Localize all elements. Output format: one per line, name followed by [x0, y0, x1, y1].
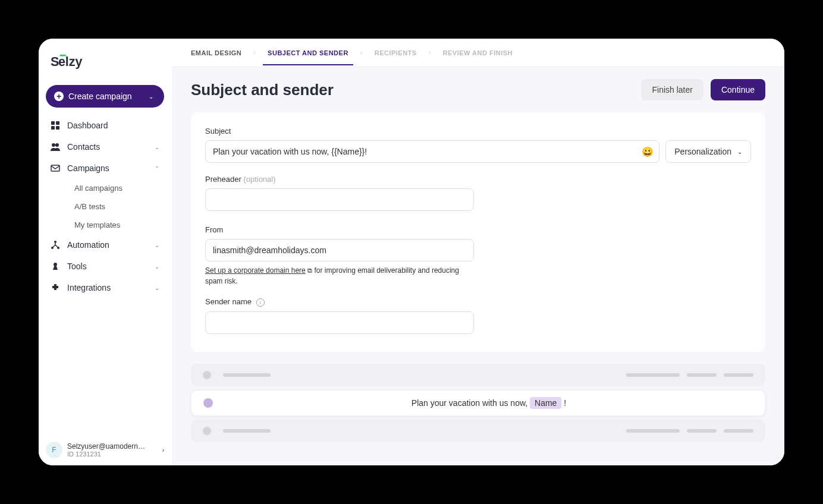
chevron-down-icon: ⌄: [155, 285, 159, 291]
integrations-icon: [51, 283, 60, 292]
svg-rect-5: [51, 126, 55, 130]
continue-button[interactable]: Continue: [711, 79, 765, 100]
sidebar-item-dashboard[interactable]: Dashboard: [43, 115, 167, 136]
breadcrumb-step-review[interactable]: REVIEW AND FINISH: [443, 49, 513, 56]
sidebar-item-label: My templates: [74, 220, 120, 229]
page-title: Subject and sender: [191, 81, 334, 99]
placeholder-bar: [724, 373, 753, 377]
sidebar-sub-all-campaigns[interactable]: All campaigns: [67, 179, 167, 197]
breadcrumb-step-subject-sender[interactable]: SUBJECT AND SENDER: [268, 49, 348, 56]
breadcrumb-step-recipients[interactable]: RECIPIENTS: [375, 49, 417, 56]
user-info: Selzyuser@uamodern… ID 1231231: [67, 442, 158, 458]
chevron-right-icon: ›: [162, 447, 164, 453]
page-header: Subject and sender Finish later Continue: [172, 67, 784, 112]
create-campaign-label: Create campaign: [68, 92, 132, 101]
sidebar-item-label: Campaigns: [67, 163, 109, 173]
chevron-right-icon: ›: [429, 49, 431, 56]
sidebar-item-contacts[interactable]: Contacts ⌄: [43, 136, 167, 158]
nav: Dashboard Contacts ⌄ Campaigns: [39, 115, 171, 298]
sidebar-item-automation[interactable]: Automation ⌄: [43, 234, 167, 256]
svg-point-8: [55, 143, 59, 147]
placeholder-bar: [626, 373, 680, 377]
svg-text:S: S: [51, 55, 59, 69]
placeholder-bar: [626, 429, 680, 433]
sidebar-item-campaigns[interactable]: Campaigns ⌃: [43, 158, 167, 179]
svg-text:elzy: elzy: [58, 55, 83, 69]
breadcrumb: EMAIL DESIGN › SUBJECT AND SENDER › RECI…: [172, 39, 784, 67]
user-email: Selzyuser@uamodern…: [67, 442, 158, 451]
placeholder-bar: [223, 373, 271, 377]
chevron-right-icon: ›: [253, 49, 256, 56]
tools-icon: [51, 262, 60, 271]
svg-rect-3: [51, 121, 55, 125]
user-menu[interactable]: F Selzyuser@uamodern… ID 1231231 ›: [46, 442, 164, 458]
svg-point-10: [54, 241, 56, 243]
preview-name-tag: Name: [530, 397, 561, 409]
placeholder-bar: [724, 429, 753, 433]
main-content: EMAIL DESIGN › SUBJECT AND SENDER › RECI…: [172, 39, 784, 465]
subject-label: Subject: [205, 127, 751, 136]
preheader-label: Preheader (optional): [205, 175, 751, 184]
placeholder-bar: [687, 429, 717, 433]
external-link-icon: ⧉: [307, 267, 312, 274]
preheader-field: Preheader (optional): [205, 175, 751, 215]
automation-icon: [51, 240, 60, 250]
svg-rect-4: [56, 121, 59, 125]
subject-input[interactable]: [205, 140, 659, 163]
avatar: F: [46, 442, 62, 458]
breadcrumb-step-email-design[interactable]: EMAIL DESIGN: [191, 49, 241, 56]
setup-domain-link[interactable]: Set up a corporate domain here: [205, 266, 306, 275]
domain-hint: Set up a corporate domain here ⧉ for imp…: [205, 265, 474, 286]
sidebar-sub-ab-tests[interactable]: A/B tests: [67, 197, 167, 216]
sender-name-input[interactable]: [205, 311, 474, 334]
svg-rect-6: [56, 126, 59, 130]
chevron-up-icon: ⌃: [155, 165, 159, 172]
inbox-preview: Plan your vacation with us now, Name !: [191, 364, 765, 446]
sidebar-item-label: Integrations: [67, 283, 111, 292]
create-campaign-button[interactable]: + Create campaign ⌄: [46, 85, 164, 108]
placeholder-bar: [223, 429, 271, 433]
from-input[interactable]: [205, 239, 474, 262]
sidebar: S elzy + Create campaign ⌄ Dashboard: [39, 39, 172, 465]
chevron-right-icon: ›: [360, 49, 363, 56]
from-label: From: [205, 225, 751, 234]
svg-rect-9: [51, 165, 59, 171]
info-icon[interactable]: i: [256, 298, 265, 307]
preview-row-placeholder: [191, 420, 765, 442]
sidebar-sub-my-templates[interactable]: My templates: [67, 216, 167, 234]
sidebar-item-tools[interactable]: Tools ⌄: [43, 256, 167, 277]
chevron-down-icon: ⌄: [149, 93, 153, 100]
form-card: Subject 😀 Personalization ⌄ Preheader (o…: [191, 112, 765, 352]
chevron-down-icon: ⌄: [155, 263, 159, 270]
sidebar-item-label: All campaigns: [74, 184, 122, 193]
sender-name-label: Sender name i: [205, 297, 751, 307]
placeholder-avatar-icon: [203, 427, 211, 435]
sender-name-field: Sender name i: [205, 297, 751, 338]
sidebar-item-label: A/B tests: [74, 202, 105, 211]
emoji-picker-icon[interactable]: 😀: [642, 146, 654, 158]
sidebar-item-label: Automation: [67, 240, 109, 250]
chevron-down-icon: ⌄: [155, 242, 159, 248]
chevron-down-icon: ⌄: [155, 144, 159, 150]
chevron-down-icon: ⌄: [737, 149, 742, 155]
placeholder-avatar-icon: [203, 398, 213, 408]
dashboard-icon: [51, 121, 60, 130]
personalization-button[interactable]: Personalization ⌄: [665, 140, 751, 163]
placeholder-avatar-icon: [203, 371, 211, 379]
app-window: S elzy + Create campaign ⌄ Dashboard: [39, 39, 784, 465]
header-actions: Finish later Continue: [641, 79, 765, 100]
finish-later-button[interactable]: Finish later: [641, 79, 703, 100]
plus-icon: +: [54, 92, 64, 101]
placeholder-bar: [687, 373, 717, 377]
preview-subject-text: Plan your vacation with us now, Name !: [225, 398, 753, 408]
preheader-input[interactable]: [205, 188, 474, 211]
sidebar-item-label: Contacts: [67, 142, 100, 152]
user-id: ID 1231231: [67, 451, 158, 458]
campaigns-submenu: All campaigns A/B tests My templates: [43, 179, 167, 234]
sidebar-item-integrations[interactable]: Integrations ⌄: [43, 277, 167, 298]
sidebar-item-label: Dashboard: [67, 121, 108, 130]
contacts-icon: [51, 142, 60, 152]
preview-row-active: Plan your vacation with us now, Name !: [191, 390, 765, 416]
from-field: From Set up a corporate domain here ⧉ fo…: [205, 225, 751, 286]
subject-field: Subject 😀 Personalization ⌄: [205, 127, 751, 163]
